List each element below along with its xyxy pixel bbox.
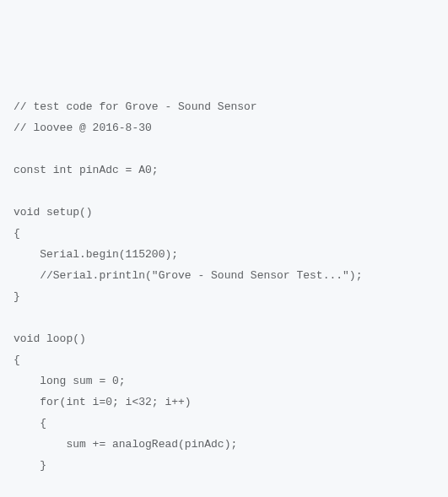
code-line: void setup() <box>13 202 435 223</box>
code-block: // test code for Grove - Sound Sensor// … <box>13 96 435 497</box>
code-line <box>13 307 435 328</box>
code-line: } <box>13 455 435 476</box>
code-line: const int pinAdc = A0; <box>13 159 435 181</box>
code-line: Serial.begin(115200); <box>13 244 435 265</box>
code-line: //Serial.println("Grove - Sound Sensor T… <box>13 265 435 286</box>
code-line: // loovee @ 2016-8-30 <box>13 117 435 138</box>
code-line: { <box>13 349 435 370</box>
code-line: // test code for Grove - Sound Sensor <box>13 96 435 117</box>
code-line <box>13 181 435 202</box>
code-line: { <box>13 413 435 434</box>
code-line: { <box>13 223 435 244</box>
code-line <box>13 138 435 159</box>
code-line <box>13 476 435 497</box>
code-line: } <box>13 286 435 307</box>
code-line: long sum = 0; <box>13 370 435 392</box>
code-line: for(int i=0; i<32; i++) <box>13 392 435 413</box>
code-line: sum += analogRead(pinAdc); <box>13 434 435 455</box>
code-line: void loop() <box>13 328 435 349</box>
